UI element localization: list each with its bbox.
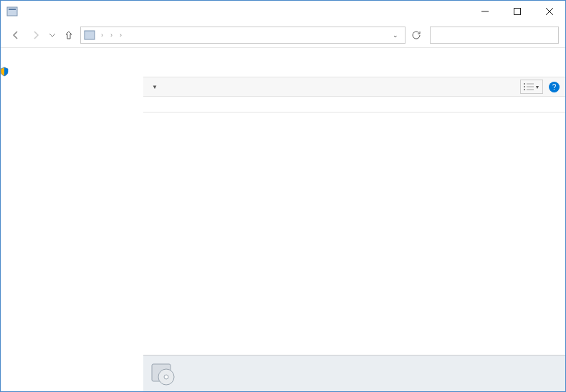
main: ▼ ▼ ?	[1, 48, 565, 391]
footer	[143, 355, 565, 391]
minimize-button[interactable]	[469, 1, 501, 22]
chevron-right-icon[interactable]: ›	[98, 32, 106, 39]
chevron-right-icon[interactable]: ›	[107, 32, 115, 39]
shield-icon	[0, 67, 9, 77]
breadcrumb-dropdown[interactable]: ⌄	[389, 32, 402, 39]
svg-rect-8	[527, 83, 534, 85]
navbar: › › › ⌄	[1, 22, 565, 48]
svg-rect-3	[514, 9, 520, 15]
sidebar	[1, 48, 126, 391]
svg-rect-0	[7, 7, 17, 16]
breadcrumb-icon	[84, 29, 95, 41]
recent-dropdown[interactable]	[47, 27, 57, 44]
refresh-button[interactable]	[408, 27, 424, 43]
up-button[interactable]	[60, 27, 77, 44]
svg-rect-11	[524, 89, 525, 90]
disc-icon	[150, 361, 176, 387]
help-button[interactable]: ?	[549, 82, 560, 92]
back-button[interactable]	[7, 27, 24, 44]
crumb-programs[interactable]	[125, 34, 126, 36]
forward-button[interactable]	[27, 27, 44, 44]
search-input[interactable]	[433, 31, 555, 39]
svg-rect-1	[9, 9, 16, 10]
chevron-down-icon[interactable]: ▼	[152, 84, 158, 90]
breadcrumb[interactable]: › › › ⌄	[80, 27, 406, 44]
svg-rect-9	[524, 86, 525, 87]
svg-rect-7	[524, 83, 525, 85]
svg-rect-10	[527, 86, 534, 87]
column-headers	[143, 97, 565, 113]
maximize-button[interactable]	[501, 1, 533, 22]
app-icon	[6, 6, 18, 17]
close-button[interactable]	[533, 1, 565, 22]
search-box[interactable]	[430, 27, 559, 44]
svg-rect-12	[527, 89, 534, 90]
toolbar: ▼ ▼ ?	[143, 77, 565, 97]
view-button[interactable]: ▼	[520, 80, 543, 94]
titlebar	[1, 1, 565, 22]
content: ▼ ▼ ?	[126, 48, 565, 391]
program-list[interactable]	[143, 97, 565, 355]
svg-point-15	[164, 375, 168, 379]
chevron-right-icon[interactable]: ›	[117, 32, 125, 39]
svg-rect-6	[85, 31, 95, 39]
